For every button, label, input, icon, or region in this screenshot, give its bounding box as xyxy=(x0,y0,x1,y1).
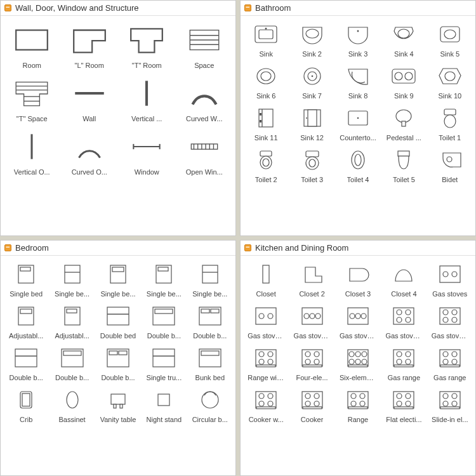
svg-point-155 xyxy=(452,352,457,357)
svg-point-38 xyxy=(445,72,455,81)
shape-item-wall[interactable]: Wall xyxy=(62,73,117,125)
shape-item-stove2[interactable]: Gas stove... xyxy=(244,301,288,342)
svg-point-148 xyxy=(397,352,402,357)
shape-item-closet3[interactable]: Closet 3 xyxy=(336,260,380,300)
shape-item-open-window[interactable]: Open Win... xyxy=(177,126,232,178)
shape-item-t-space[interactable]: "T" Space xyxy=(4,73,60,125)
svg-point-180 xyxy=(397,401,402,406)
shape-item-stove5[interactable]: Gas stove... xyxy=(382,301,425,342)
shape-item-sink5[interactable]: Sink 5 xyxy=(428,20,472,60)
shape-item-range5[interactable]: Gas range xyxy=(428,343,472,384)
shape-item-bed11[interactable]: Double b... xyxy=(4,343,48,384)
shape-item-sink9[interactable]: Sink 9 xyxy=(382,62,425,102)
shape-item-closet4[interactable]: Closet 4 xyxy=(382,260,425,300)
shape-item-stove3[interactable]: Gas stove... xyxy=(290,301,333,342)
shape-item-cooker5[interactable]: Slide-in el... xyxy=(428,385,472,426)
shape-label: Double b... xyxy=(101,374,135,381)
shape-item-stove4[interactable]: Gas stove... xyxy=(336,301,380,342)
shape-item-stove6[interactable]: Gas stove... xyxy=(428,301,472,342)
shape-item-range3[interactable]: Six-eleme... xyxy=(336,343,380,384)
shape-item-countertop[interactable]: Counterto... xyxy=(336,103,380,144)
shape-item-sink8[interactable]: Sink 8 xyxy=(336,62,380,102)
shape-item-sink4[interactable]: Sink 4 xyxy=(382,20,425,60)
shape-item-bed7[interactable]: Adjustabl... xyxy=(50,301,93,342)
shape-item-vanity[interactable]: Vanity table xyxy=(96,385,140,426)
shape-item-bed5[interactable]: Single be... xyxy=(188,260,232,300)
shape-item-bed8[interactable]: Double bed xyxy=(96,301,140,342)
shape-item-sink2[interactable]: Sink 2 xyxy=(290,20,333,60)
collapse-icon[interactable] xyxy=(244,244,251,251)
shape-item-sink3[interactable]: Sink 3 xyxy=(336,20,380,60)
shape-item-stove1[interactable]: Gas stoves xyxy=(428,260,472,300)
svg-point-135 xyxy=(314,352,319,357)
shape-item-sink6[interactable]: Sink 6 xyxy=(244,62,288,102)
shape-item-toilet5[interactable]: Toilet 5 xyxy=(382,145,425,186)
shape-item-toilet3[interactable]: Toilet 3 xyxy=(290,145,333,186)
shape-item-bed1[interactable]: Single bed xyxy=(4,260,48,300)
shape-item-bidet[interactable]: Bidet xyxy=(428,145,472,186)
shape-item-curved-open[interactable]: Curved O... xyxy=(62,126,117,178)
shape-item-toilet4[interactable]: Toilet 4 xyxy=(336,145,380,186)
svg-point-114 xyxy=(350,314,355,319)
panel-header-bedroom[interactable]: Bedroom xyxy=(1,241,235,256)
shape-item-range1[interactable]: Range wit... xyxy=(244,343,288,384)
svg-rect-127 xyxy=(256,350,276,366)
shape-label: Gas stove... xyxy=(340,332,376,340)
svg-rect-70 xyxy=(202,265,218,283)
shape-item-cooker1[interactable]: Cooker w... xyxy=(244,385,288,426)
shape-label: Sink 8 xyxy=(348,92,368,100)
svg-point-45 xyxy=(306,117,307,119)
panel-header-bathroom[interactable]: Bathroom xyxy=(241,1,475,16)
shape-item-bed4[interactable]: Single be... xyxy=(142,260,185,300)
collapse-icon[interactable] xyxy=(244,4,251,11)
collapse-icon[interactable] xyxy=(4,4,11,11)
shape-item-toilet2[interactable]: Toilet 2 xyxy=(244,145,288,186)
shape-item-nightstand[interactable]: Night stand xyxy=(142,385,185,426)
svg-point-36 xyxy=(395,72,402,80)
shape-item-bed9[interactable]: Double b... xyxy=(142,301,185,342)
shape-item-sink11[interactable]: Sink 11 xyxy=(244,103,288,144)
shape-item-vertical-wall[interactable]: Vertical ... xyxy=(119,73,175,125)
shape-item-toilet1[interactable]: Toilet 1 xyxy=(428,103,472,144)
bed9-icon xyxy=(147,303,180,329)
shape-item-cooker4[interactable]: Flat electi... xyxy=(382,385,425,426)
svg-point-130 xyxy=(259,359,264,364)
shape-item-cooker3[interactable]: Range xyxy=(336,385,380,426)
shape-item-sink7[interactable]: Sink 7 xyxy=(290,62,333,102)
shape-label: Closet 2 xyxy=(299,290,324,298)
shape-item-closet1[interactable]: Closet xyxy=(244,260,288,300)
shape-item-sink10[interactable]: Sink 10 xyxy=(428,62,472,102)
shape-item-curved-wall[interactable]: Curved W... xyxy=(177,73,232,125)
shape-item-window[interactable]: Window xyxy=(119,126,175,178)
shape-item-l-room[interactable]: "L" Room xyxy=(62,20,117,72)
svg-point-161 xyxy=(268,393,273,399)
shape-item-bed10[interactable]: Double b... xyxy=(188,301,232,342)
shape-item-bed13[interactable]: Double b... xyxy=(96,343,140,384)
shape-item-bed15[interactable]: Bunk bed xyxy=(188,343,232,384)
shape-item-bed3[interactable]: Single be... xyxy=(96,260,140,300)
panel-header-kitchen[interactable]: Kitchen and Dining Room xyxy=(241,241,475,256)
shape-item-vertical-open[interactable]: Vertical O... xyxy=(4,126,60,178)
shape-item-range2[interactable]: Four-ele... xyxy=(290,343,333,384)
shape-item-circularbed[interactable]: Circular b... xyxy=(188,385,232,426)
shape-item-room[interactable]: Room xyxy=(4,20,60,72)
shape-item-space[interactable]: Space xyxy=(177,20,232,72)
shape-item-bed14[interactable]: Single tru... xyxy=(142,343,185,384)
shape-item-bassinet[interactable]: Bassinet xyxy=(50,385,93,426)
svg-point-163 xyxy=(268,401,273,406)
shape-item-closet2[interactable]: Closet 2 xyxy=(290,260,333,300)
shape-item-bed12[interactable]: Double b... xyxy=(50,343,93,384)
panel-header-wall[interactable]: Wall, Door, Window and Structure xyxy=(1,1,235,16)
shape-item-bed2[interactable]: Single be... xyxy=(50,260,93,300)
shape-item-t-room[interactable]: "T" Room xyxy=(119,20,175,72)
shape-item-bed6[interactable]: Adjustabl... xyxy=(4,301,48,342)
space-icon xyxy=(182,21,227,59)
shape-item-sink1[interactable]: Sink xyxy=(244,20,288,60)
shape-item-cooker2[interactable]: Cooker xyxy=(290,385,333,426)
shape-item-sink12[interactable]: Sink 12 xyxy=(290,103,333,144)
shape-item-pedestal[interactable]: Pedestal ... xyxy=(382,103,425,144)
shape-item-crib[interactable]: Crib xyxy=(4,385,48,426)
collapse-icon[interactable] xyxy=(4,244,11,251)
shape-label: Night stand xyxy=(147,416,182,423)
shape-item-range4[interactable]: Gas range xyxy=(382,343,425,384)
